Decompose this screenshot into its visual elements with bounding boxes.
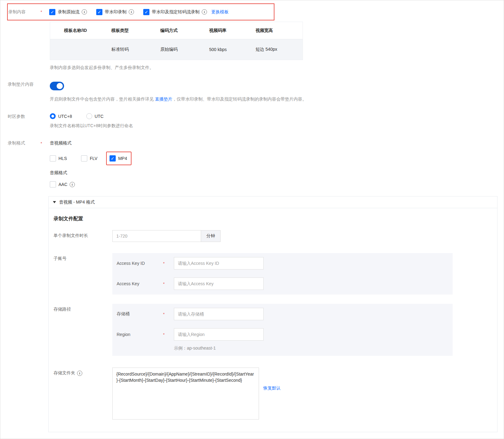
record-content-row: 录制内容 录制原始流 带水印录制 带水印及指定转码流录制 更换模板: [7, 3, 274, 20]
storage-path-label: 存储路径: [54, 304, 112, 312]
col-header-dimension: 视频宽高: [256, 28, 303, 33]
duration-input[interactable]: [112, 230, 201, 242]
mp4-format-panel: 音视频 - MP4 格式 录制文件配置 单个录制文件时长 分钟 子账号 Acce…: [48, 196, 498, 432]
checkbox-label: 带水印录制: [105, 9, 127, 15]
required-asterisk: [41, 10, 49, 14]
audio-format-label: 音频格式: [50, 170, 131, 176]
mp4-panel-header[interactable]: 音视频 - MP4 格式: [49, 196, 497, 208]
bucket-input[interactable]: [174, 308, 264, 320]
pad-content-row: 录制垫片内容: [0, 82, 504, 90]
checkbox-label: 带水印及指定转码流录制: [152, 9, 200, 15]
checkbox-icon[interactable]: [50, 155, 56, 161]
required-asterisk: [163, 312, 174, 316]
subaccount-row: 子账号 Access Key ID Access Key: [54, 253, 497, 295]
restore-default-link[interactable]: 恢复默认: [263, 385, 281, 391]
timezone-note: 录制文件名称将以UTC+8时间参数进行命名: [50, 123, 504, 129]
av-format-options: HLS FLV MP4: [50, 152, 131, 165]
record-settings-form: 录制内容 录制原始流 带水印录制 带水印及指定转码流录制 更换模板 模板名称/I…: [0, 0, 504, 439]
cell-template-type: 标准转码: [111, 47, 160, 52]
storage-folder-textarea[interactable]: {RecordSource}/{Domain}/{AppName}/{Strea…: [112, 368, 259, 420]
checkbox-label: HLS: [58, 156, 67, 161]
storage-path-box: 存储桶 Region 示例：ap-southeast-1: [112, 304, 453, 356]
checkbox-watermark-record[interactable]: 带水印录制: [96, 9, 134, 15]
pad-content-description: 开启则录制文件中会包含垫片内容，垫片相关操作详见 直播垫片，仅带水印录制、带水印…: [50, 97, 504, 102]
checkbox-icon[interactable]: [110, 155, 116, 161]
required-asterisk: [163, 282, 174, 286]
access-key-id-input[interactable]: [174, 257, 264, 269]
checkbox-icon[interactable]: [50, 181, 56, 187]
timezone-label: 时区参数: [8, 113, 41, 119]
template-table-row: 标准转码 原始编码 500 kbps 短边 540px: [50, 39, 303, 60]
checkbox-icon[interactable]: [96, 9, 102, 15]
pad-content-label: 录制垫片内容: [8, 82, 41, 87]
storage-folder-row: 存储文件夹 {RecordSource}/{Domain}/{AppName}/…: [54, 368, 497, 420]
checkbox-watermark-transcode-record[interactable]: 带水印及指定转码流录制: [143, 9, 207, 15]
duration-label: 单个录制文件时长: [54, 230, 112, 239]
info-icon[interactable]: [129, 9, 134, 15]
access-key-id-field: Access Key ID: [117, 257, 453, 269]
checkbox-icon[interactable]: [49, 9, 55, 15]
mp4-highlight-box: MP4: [106, 152, 131, 165]
checkbox-flv[interactable]: FLV: [81, 155, 97, 161]
info-icon[interactable]: [202, 9, 207, 15]
checkbox-icon[interactable]: [81, 155, 87, 161]
collapse-caret-icon: [53, 201, 56, 203]
storage-folder-label: 存储文件夹: [54, 370, 75, 376]
pad-content-toggle[interactable]: [50, 82, 64, 90]
subaccount-box: Access Key ID Access Key: [112, 253, 453, 295]
info-icon[interactable]: [82, 9, 87, 15]
live-pad-link[interactable]: 直播垫片: [155, 97, 172, 101]
col-header-bitrate: 视频码率: [209, 28, 256, 33]
access-key-field: Access Key: [117, 278, 453, 290]
radio-utc8[interactable]: UTC+8: [50, 113, 72, 119]
record-file-config-title: 录制文件配置: [54, 216, 497, 222]
radio-utc[interactable]: UTC: [86, 113, 104, 119]
template-table-header: 模板名称/ID 模板类型 编码方式 视频码率 视频宽高: [50, 22, 303, 39]
required-asterisk: [41, 140, 50, 146]
checkbox-label: FLV: [90, 156, 97, 161]
region-field: Region: [117, 328, 453, 341]
cell-dimension: 短边 540px: [256, 47, 303, 52]
info-icon[interactable]: [70, 182, 75, 187]
audio-format-options: AAC: [50, 181, 131, 187]
mp4-panel-title: 音视频 - MP4 格式: [59, 200, 95, 205]
radio-icon[interactable]: [86, 113, 92, 119]
checkbox-mp4[interactable]: MP4: [110, 155, 127, 161]
radio-label: UTC: [95, 114, 104, 119]
duration-row: 单个录制文件时长 分钟: [54, 230, 497, 242]
cell-encoding: 原始编码: [160, 47, 209, 52]
info-icon[interactable]: [77, 371, 82, 376]
subaccount-label: 子账号: [54, 253, 112, 261]
change-template-link[interactable]: 更换模板: [211, 9, 229, 15]
col-header-type: 模板类型: [111, 28, 160, 33]
region-example: 示例：ap-southeast-1: [174, 346, 453, 351]
radio-label: UTC+8: [58, 114, 72, 119]
record-format-row: 录制格式 音视频格式 HLS FLV MP4: [0, 140, 504, 187]
checkbox-label: AAC: [58, 182, 67, 187]
col-header-name-id: 模板名称/ID: [50, 28, 111, 33]
template-table: 模板名称/ID 模板类型 编码方式 视频码率 视频宽高 标准转码 原始编码 50…: [50, 22, 303, 60]
radio-icon[interactable]: [50, 113, 56, 119]
checkbox-aac[interactable]: AAC: [50, 181, 75, 187]
bucket-label: 存储桶: [117, 311, 163, 317]
checkbox-icon[interactable]: [143, 9, 149, 15]
col-header-encoding: 编码方式: [160, 28, 209, 33]
region-input[interactable]: [174, 328, 264, 341]
checkbox-hls[interactable]: HLS: [50, 155, 67, 161]
cell-bitrate: 500 kbps: [209, 47, 256, 52]
storage-path-row: 存储路径 存储桶 Region 示例：ap-southeast-1: [54, 304, 497, 356]
required-asterisk: [163, 261, 174, 266]
checkbox-original-stream[interactable]: 录制原始流: [49, 9, 87, 15]
bucket-field: 存储桶: [117, 308, 453, 320]
access-key-label: Access Key: [117, 281, 163, 286]
av-format-label: 音视频格式: [50, 140, 131, 146]
record-content-note: 录制内容多选则会发起多份录制、产生多份录制文件。: [50, 65, 504, 71]
timezone-row: 时区参数 UTC+8 UTC: [0, 113, 504, 119]
duration-unit-addon: 分钟: [201, 230, 221, 242]
checkbox-label: 录制原始流: [58, 9, 80, 15]
access-key-id-label: Access Key ID: [117, 261, 163, 266]
region-label: Region: [117, 332, 163, 337]
access-key-input[interactable]: [174, 278, 264, 290]
record-content-label: 录制内容: [8, 9, 41, 15]
record-format-label: 录制格式: [8, 140, 41, 146]
